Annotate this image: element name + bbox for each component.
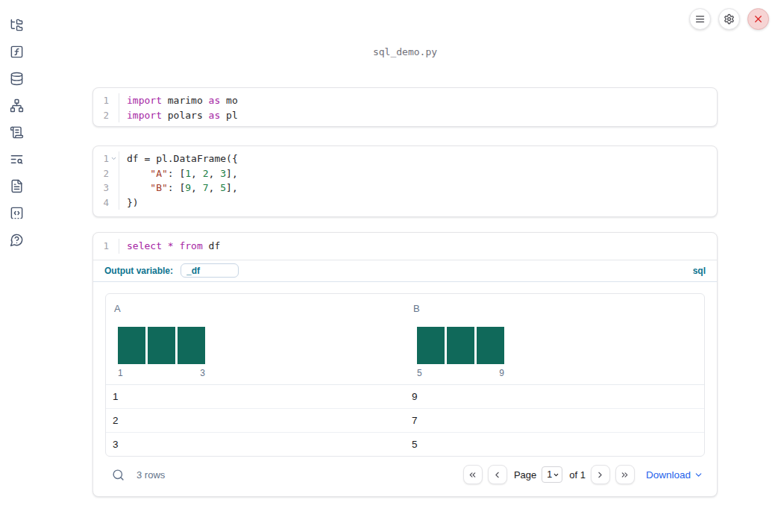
code-text: }) bbox=[119, 197, 139, 208]
chevrons-right-icon bbox=[620, 470, 630, 480]
sql-output-area: A13B59 192735 3 rows Page 1 of 1 bbox=[93, 282, 717, 496]
row-count: 3 rows bbox=[137, 469, 165, 481]
code-editor[interactable]: 1import marimo as mo2import polars as pl bbox=[93, 88, 717, 122]
code-line: 1select * from df bbox=[93, 239, 717, 254]
code-cell-imports[interactable]: 1import marimo as mo2import polars as pl bbox=[92, 87, 718, 127]
notebook-filename: sql_demo.py bbox=[92, 46, 718, 57]
code-square-icon bbox=[10, 206, 24, 220]
table-row[interactable]: 19 bbox=[106, 385, 704, 409]
code-text: "B": [9, 7, 5], bbox=[119, 182, 238, 193]
line-gutter: 4 bbox=[93, 195, 119, 210]
fold-spacer bbox=[109, 195, 119, 210]
code-line: 1df = pl.DataFrame({ bbox=[93, 151, 717, 166]
code-text: df = pl.DataFrame({ bbox=[119, 153, 238, 164]
page-label: Page bbox=[514, 469, 536, 481]
table-body: 192735 bbox=[106, 385, 704, 457]
sidebar-item-data-sources[interactable] bbox=[10, 72, 24, 86]
sidebar-item-dependencies[interactable] bbox=[10, 98, 24, 113]
output-variable-label: Output variable: bbox=[104, 266, 173, 276]
histogram-bar bbox=[118, 327, 145, 364]
sidebar-panel-switcher bbox=[0, 0, 33, 532]
folder-tree-icon bbox=[10, 18, 24, 32]
histogram-min-label: 1 bbox=[118, 368, 123, 378]
help-bubble-icon bbox=[10, 233, 24, 247]
output-variable-row: Output variable: sql bbox=[93, 260, 717, 282]
language-badge: sql bbox=[693, 266, 706, 276]
sql-cell[interactable]: 1select * from df Output variable: sql A… bbox=[92, 232, 718, 497]
line-number: 2 bbox=[93, 168, 109, 179]
page-select[interactable]: 1 bbox=[542, 466, 562, 483]
column-name: A bbox=[114, 303, 121, 314]
line-gutter: 1 bbox=[93, 239, 119, 254]
chevron-down-icon bbox=[694, 470, 703, 480]
fold-spacer bbox=[109, 93, 119, 108]
column-header-A[interactable]: A13 bbox=[106, 294, 405, 384]
code-text: import marimo as mo bbox=[119, 95, 238, 106]
download-label: Download bbox=[646, 469, 691, 481]
line-number: 4 bbox=[93, 197, 109, 208]
table-cell: 1 bbox=[106, 391, 405, 402]
sidebar-item-logs[interactable] bbox=[10, 152, 24, 166]
sidebar-item-file-explorer[interactable] bbox=[10, 18, 24, 32]
histogram-max-label: 3 bbox=[200, 368, 205, 378]
line-gutter: 2 bbox=[93, 166, 119, 181]
table-cell: 5 bbox=[405, 439, 704, 450]
settings-button[interactable] bbox=[718, 8, 740, 30]
code-line: 1import marimo as mo bbox=[93, 93, 717, 108]
code-line: 2 "A": [1, 2, 3], bbox=[93, 166, 717, 181]
chevron-right-icon bbox=[595, 470, 605, 480]
last-page-button[interactable] bbox=[615, 465, 635, 484]
sidebar-item-documentation[interactable] bbox=[10, 179, 24, 193]
scroll-text-icon bbox=[10, 125, 24, 140]
output-variable-input[interactable] bbox=[181, 263, 239, 278]
code-editor[interactable]: 1df = pl.DataFrame({2 "A": [1, 2, 3],3 "… bbox=[93, 146, 717, 210]
code-text: select * from df bbox=[119, 240, 220, 251]
histogram-max-label: 9 bbox=[499, 368, 504, 378]
histogram-min-label: 5 bbox=[417, 368, 422, 378]
sidebar-item-outline[interactable] bbox=[10, 125, 24, 140]
sidebar-item-snippets[interactable] bbox=[10, 206, 24, 220]
line-gutter: 3 bbox=[93, 181, 119, 195]
sidebar-item-help[interactable] bbox=[10, 233, 24, 247]
code-line: 3 "B": [9, 7, 5], bbox=[93, 181, 717, 195]
first-page-button[interactable] bbox=[463, 465, 483, 484]
code-text: import polars as pl bbox=[119, 110, 238, 121]
close-icon bbox=[753, 13, 764, 25]
table-cell: 7 bbox=[405, 415, 704, 426]
column-histogram bbox=[118, 327, 205, 364]
table-cell: 9 bbox=[405, 391, 704, 402]
gear-icon bbox=[724, 13, 735, 25]
column-histogram bbox=[417, 327, 504, 364]
histogram-axis-labels: 13 bbox=[118, 368, 205, 378]
table-cell: 2 bbox=[106, 415, 405, 426]
line-gutter: 2 bbox=[93, 108, 119, 123]
table-cell: 3 bbox=[106, 439, 405, 450]
prev-page-button[interactable] bbox=[488, 465, 507, 484]
table-row[interactable]: 27 bbox=[106, 409, 704, 433]
next-page-button[interactable] bbox=[591, 465, 610, 484]
histogram-axis-labels: 59 bbox=[417, 368, 504, 378]
search-icon[interactable] bbox=[112, 469, 125, 481]
page-total-label: of 1 bbox=[569, 469, 586, 481]
download-button[interactable]: Download bbox=[646, 469, 703, 481]
shutdown-button[interactable] bbox=[747, 8, 769, 30]
page-select-value: 1 bbox=[547, 469, 552, 480]
file-text-icon bbox=[10, 179, 24, 193]
fold-chevron-icon[interactable] bbox=[109, 151, 119, 166]
histogram-bar bbox=[477, 327, 504, 364]
chevron-left-icon bbox=[492, 470, 502, 480]
table-row[interactable]: 35 bbox=[106, 433, 704, 457]
histogram-bar bbox=[178, 327, 205, 364]
histogram-bar bbox=[447, 327, 474, 364]
code-line: 2import polars as pl bbox=[93, 108, 717, 123]
sidebar-item-variables[interactable] bbox=[10, 45, 24, 59]
code-text: "A": [1, 2, 3], bbox=[119, 168, 238, 179]
table-footer: 3 rows Page 1 of 1 Download bbox=[105, 465, 703, 485]
column-header-B[interactable]: B59 bbox=[405, 294, 704, 384]
column-name: B bbox=[413, 303, 420, 314]
menu-icon bbox=[694, 13, 706, 25]
line-gutter: 1 bbox=[93, 151, 119, 166]
code-cell-dataframe[interactable]: 1df = pl.DataFrame({2 "A": [1, 2, 3],3 "… bbox=[92, 145, 718, 217]
sql-editor[interactable]: 1select * from df bbox=[93, 233, 717, 260]
notebook-menu-button[interactable] bbox=[689, 8, 711, 30]
